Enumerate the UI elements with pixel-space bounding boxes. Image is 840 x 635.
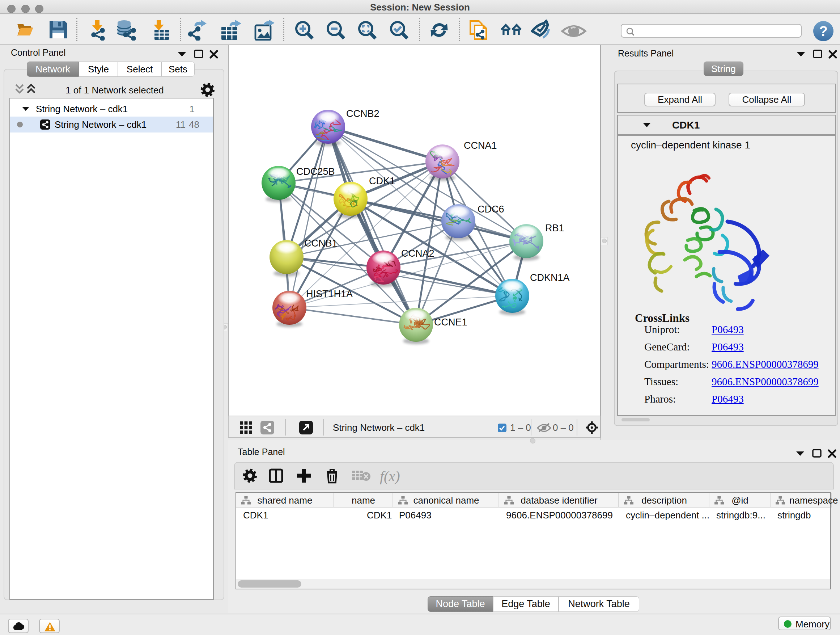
svg-text:?: ?	[819, 24, 827, 39]
svg-text:CDK1: CDK1	[369, 176, 395, 187]
svg-text:RB1: RB1	[545, 223, 564, 233]
svg-text:CDC25B: CDC25B	[296, 166, 335, 177]
svg-text:CDC6: CDC6	[477, 204, 504, 215]
svg-text:CDKN1A: CDKN1A	[530, 272, 570, 283]
svg-text:CCNB2: CCNB2	[346, 108, 379, 119]
svg-text:CCNE1: CCNE1	[434, 317, 467, 328]
svg-text:CCNA1: CCNA1	[464, 140, 497, 151]
svg-text:CCNB1: CCNB1	[304, 238, 338, 249]
svg-text:HIST1H1A: HIST1H1A	[306, 288, 353, 299]
svg-text:CCNA2: CCNA2	[401, 248, 434, 259]
